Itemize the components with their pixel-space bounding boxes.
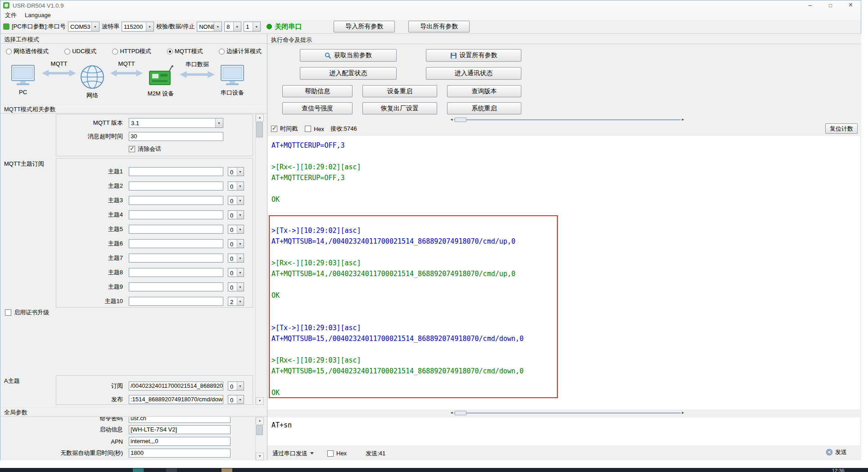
apn-input[interactable]: internet,,,0 — [129, 437, 231, 446]
topic-qos-select[interactable]: 2 — [228, 297, 244, 306]
timestamp-checkbox[interactable] — [271, 126, 277, 132]
chevron-down-icon — [237, 182, 244, 190]
scroll-left-icon[interactable] — [449, 117, 454, 123]
scroll-down-icon[interactable] — [256, 453, 264, 460]
publish-topic-input[interactable]: :1514_868892074918070/cmd/down — [129, 395, 223, 404]
system-restart-button[interactable]: 系统重启 — [447, 102, 521, 114]
receive-horizontal-scrollbar[interactable] — [449, 117, 685, 123]
set-params-button[interactable]: 设置所有参数 — [426, 49, 521, 62]
topic-qos-select[interactable]: 0 — [228, 254, 244, 263]
maximize-button[interactable] — [820, 0, 841, 10]
scroll-right-icon[interactable] — [681, 410, 685, 416]
parity-select[interactable]: NONE — [197, 22, 222, 32]
serial-device-icon — [221, 65, 244, 86]
send-button[interactable]: 发送 — [826, 448, 847, 456]
work-mode-radio[interactable]: UDC模式 — [64, 47, 96, 55]
close-port-button[interactable]: 关闭串口 — [263, 21, 305, 32]
topic-qos-select[interactable]: 0 — [228, 268, 244, 277]
scroll-up-icon[interactable] — [256, 417, 264, 425]
minimize-button[interactable] — [800, 0, 820, 10]
subscribe-qos-select[interactable]: 0 — [228, 381, 244, 390]
work-mode-radio[interactable]: 网络透传模式 — [6, 47, 49, 55]
enter-config-button[interactable]: 进入配置状态 — [300, 67, 397, 80]
taskbar-app-icon[interactable] — [222, 468, 232, 472]
cert-upgrade-checkbox[interactable] — [5, 309, 11, 316]
send-hex-checkbox[interactable] — [327, 450, 334, 457]
chevron-down-icon — [237, 283, 244, 291]
topic-input[interactable] — [129, 268, 223, 277]
topic-input[interactable] — [129, 282, 223, 291]
menu-file[interactable]: 文件 — [5, 11, 17, 19]
topic-qos-select[interactable]: 0 — [228, 167, 244, 176]
send-input[interactable]: AT+sn — [267, 418, 860, 445]
topic-row: 主题4 0 — [0, 208, 259, 222]
topic-input[interactable] — [129, 239, 223, 248]
scroll-thumb[interactable] — [256, 425, 263, 435]
publish-qos-select[interactable]: 0 — [228, 395, 244, 404]
clean-session-checkbox[interactable] — [129, 146, 135, 152]
menu-language[interactable]: Language — [25, 12, 51, 18]
close-button[interactable] — [841, 0, 861, 10]
scroll-up-icon[interactable] — [256, 114, 264, 122]
topic-input[interactable] — [129, 182, 223, 191]
scroll-thumb[interactable] — [455, 118, 466, 122]
taskbar-app-icon[interactable] — [166, 468, 177, 472]
password-input[interactable]: usr.cn — [129, 417, 231, 423]
topic-qos-select[interactable]: 0 — [228, 210, 244, 219]
restart-time-row: 无数据自动重启时间(秒) 1800 — [0, 448, 259, 458]
topic-input[interactable] — [129, 297, 223, 306]
signal-strength-button[interactable]: 查信号强度 — [282, 102, 353, 114]
log-line: AT+MQTTCERUP=OFF,3 — [267, 172, 860, 183]
mqtt-version-select[interactable]: 3.1 — [129, 118, 223, 128]
work-mode-radio[interactable]: HTTPD模式 — [112, 47, 151, 55]
topic-qos-select[interactable]: 0 — [228, 225, 244, 234]
work-mode-radio[interactable]: 边缘计算模式 — [219, 47, 262, 55]
log-horizontal-scrollbar[interactable] — [449, 410, 685, 416]
import-params-button[interactable]: 导入所有参数 — [334, 21, 395, 32]
factory-reset-button[interactable]: 恢复出厂设置 — [362, 102, 437, 114]
subscribe-topic-input[interactable]: /00402324011700021514_86889207 — [129, 381, 223, 390]
send-via-dropdown[interactable]: 通过串口发送 — [271, 449, 316, 458]
topic-label: 主题6 — [0, 240, 123, 248]
topic-qos-select[interactable]: 0 — [228, 182, 244, 191]
topic-input[interactable] — [129, 225, 223, 234]
restart-time-input[interactable]: 1800 — [129, 449, 231, 458]
export-params-button[interactable]: 导出所有参数 — [408, 21, 470, 32]
scroll-thumb[interactable] — [256, 122, 263, 137]
timestamp-label: 时间戳 — [280, 125, 298, 133]
com-port-select[interactable]: COM53 — [68, 22, 99, 32]
device-restart-button[interactable]: 设备重启 — [362, 85, 437, 97]
work-mode-radio[interactable]: MQTT模式 — [167, 47, 203, 55]
topic-qos-select[interactable]: 0 — [228, 239, 244, 248]
window-controls — [800, 0, 861, 10]
chevron-down-icon — [237, 196, 244, 204]
baud-select[interactable]: 115200 — [122, 22, 154, 32]
hex-checkbox[interactable] — [305, 126, 311, 132]
topic-input[interactable] — [129, 254, 223, 263]
chevron-down-icon — [237, 168, 244, 176]
scroll-left-icon[interactable] — [449, 410, 454, 416]
params-vertical-scrollbar[interactable] — [255, 114, 263, 405]
taskbar-app-icon[interactable] — [133, 468, 144, 472]
databits-select[interactable]: 8 — [224, 22, 241, 32]
scroll-down-icon[interactable] — [256, 397, 264, 405]
receive-log-area[interactable]: AT+MQTTCERUP=OFF,3 >[Rx<-][10:29:02][asc… — [267, 136, 860, 409]
get-params-button[interactable]: 获取当前参数 — [300, 49, 397, 62]
topic-input[interactable] — [129, 210, 223, 219]
topic-input[interactable] — [129, 196, 223, 205]
log-line — [267, 151, 860, 162]
scroll-thumb[interactable] — [455, 411, 466, 415]
reset-count-button[interactable]: 复位计数 — [825, 123, 858, 134]
help-info-button[interactable]: 帮助信息 — [282, 85, 353, 97]
query-version-button[interactable]: 查询版本 — [447, 85, 521, 97]
enter-comm-button[interactable]: 进入通讯状态 — [426, 67, 521, 80]
radio-icon — [219, 49, 225, 54]
stopbits-select[interactable]: 1 — [244, 22, 261, 32]
boot-message-input[interactable]: [WH-LTE-7S4 V2] — [129, 425, 231, 434]
topic-qos-select[interactable]: 0 — [228, 196, 244, 205]
topic-qos-select[interactable]: 0 — [228, 282, 244, 291]
timeout-input[interactable]: 30 — [129, 132, 223, 141]
global-vertical-scrollbar[interactable] — [255, 417, 263, 460]
scroll-right-icon[interactable] — [681, 117, 685, 123]
topic-input[interactable] — [129, 167, 223, 176]
